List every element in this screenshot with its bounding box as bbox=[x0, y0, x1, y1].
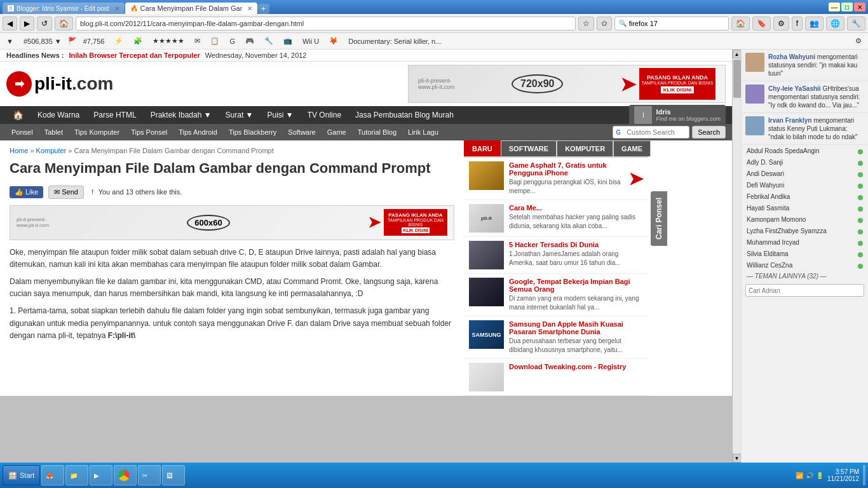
taskbar-photos[interactable]: 🖼 bbox=[162, 465, 185, 485]
nav-jasa[interactable]: Jasa Pembuatan Blog Murah bbox=[349, 108, 460, 122]
tab-blogger[interactable]: 🅱 Blogger: Idris Syamsir - Edit post ✕ bbox=[3, 3, 125, 14]
people-btn[interactable]: 👥 bbox=[805, 17, 824, 30]
bookmark-settings[interactable]: ⚙ bbox=[851, 36, 865, 46]
search-bar[interactable]: 🔍 firefox 17 bbox=[614, 17, 729, 30]
bookmark-email[interactable]: ✉ bbox=[191, 36, 204, 46]
online-user-5[interactable]: Febrikal Andika bbox=[742, 191, 868, 202]
nav-puisi[interactable]: Puisi ▼ bbox=[261, 108, 299, 122]
tab-active-close[interactable]: ✕ bbox=[247, 5, 252, 12]
bookmark-wii[interactable]: Wii U bbox=[299, 36, 323, 46]
taskbar-scissors[interactable]: ✂ bbox=[138, 465, 161, 485]
show-desktop[interactable] bbox=[863, 465, 865, 485]
reload-button[interactable]: ↺ bbox=[37, 17, 52, 30]
nav-tablet[interactable]: Tablet bbox=[39, 126, 68, 138]
wrench-btn[interactable]: 🔧 bbox=[847, 17, 865, 30]
nav-ponsel[interactable]: Ponsel bbox=[6, 126, 38, 138]
cari-ponsel-tab[interactable]: Cari Ponsel bbox=[651, 191, 667, 246]
google-search-container[interactable]: G bbox=[613, 126, 689, 139]
online-user-3[interactable]: Andi Deswari bbox=[742, 168, 868, 179]
start-button[interactable]: 🪟 Start bbox=[3, 465, 40, 485]
home-nav-btn[interactable]: 🏠 bbox=[731, 17, 750, 30]
bookmark-menu[interactable]: ▼ bbox=[3, 36, 17, 46]
breadcrumb-komputer[interactable]: Komputer bbox=[36, 147, 67, 154]
nav-parse-html[interactable]: Parse HTML bbox=[87, 108, 142, 122]
search-button[interactable]: Search bbox=[692, 126, 726, 139]
bookmark-lightning[interactable]: ⚡ bbox=[111, 36, 127, 46]
bookmark-star2[interactable]: ✩ bbox=[597, 17, 612, 30]
nav-home[interactable]: 🏠 bbox=[6, 107, 30, 123]
close-button[interactable]: ✕ bbox=[854, 3, 865, 11]
nav-kode-warna[interactable]: Kode Warna bbox=[31, 108, 86, 122]
online-user-9[interactable]: Muhammad Ircyad bbox=[742, 236, 868, 248]
address-bar[interactable]: blog.pli-it.com/2012/11/cara-menyimpan-f… bbox=[76, 17, 576, 30]
bookmark-506835[interactable]: #506,835 ▼ bbox=[20, 36, 65, 46]
taskbar-explorer[interactable]: 📁 bbox=[65, 465, 88, 485]
nav-tips-android[interactable]: Tips Android bbox=[173, 126, 222, 138]
news-title-6[interactable]: Download Tweaking.com - Registry bbox=[509, 363, 643, 370]
forward-button[interactable]: ▶ bbox=[20, 17, 34, 30]
bookmark-star[interactable]: ☆ bbox=[578, 17, 594, 30]
sidebar-tab-baru[interactable]: BARU bbox=[464, 140, 501, 156]
sidebar-tab-komputer[interactable]: KOMPUTER bbox=[557, 140, 613, 156]
online-user-7[interactable]: Kamonparn Momono bbox=[742, 214, 868, 225]
bookmark-g[interactable]: G bbox=[226, 36, 239, 46]
ad-cta[interactable]: PASANG IKLAN ANDA TAMPILKAN PRODUK DAN B… bbox=[639, 68, 715, 100]
home-button[interactable]: 🏠 bbox=[55, 17, 73, 30]
nav-surat[interactable]: Surat ▼ bbox=[219, 108, 260, 122]
sidebar-tab-software[interactable]: SOFTWARE bbox=[501, 140, 557, 156]
breadcrumb-home[interactable]: Home bbox=[10, 147, 28, 154]
clock[interactable]: 3:57 PM 11/21/2012 bbox=[827, 468, 859, 482]
online-user-4[interactable]: Defi Wahyuni bbox=[742, 179, 868, 191]
nav-praktek-ibadah[interactable]: Praktek Ibadah ▼ bbox=[144, 108, 218, 122]
news-title-3[interactable]: 5 Hacker Tersadis Di Dunia bbox=[509, 241, 643, 248]
nav-tv-online[interactable]: TV Online bbox=[301, 108, 348, 122]
tab-blogger-close[interactable]: ✕ bbox=[114, 5, 119, 12]
minimize-button[interactable]: — bbox=[829, 3, 840, 11]
news-title-2[interactable]: Cara Me... bbox=[509, 204, 643, 212]
online-user-1[interactable]: Abdul Roads SpedaAngin bbox=[742, 145, 868, 156]
bookmark-controller[interactable]: 🎮 bbox=[241, 36, 258, 46]
scroll-thumb[interactable] bbox=[733, 60, 741, 98]
news-title-5[interactable]: Samsung Dan Apple Masih Kuasai Pasaran S… bbox=[509, 320, 643, 336]
nav-software[interactable]: Software bbox=[283, 126, 320, 138]
online-user-8[interactable]: Lyzha FirstZhabye Syamzza bbox=[742, 225, 868, 236]
nav-tips-komputer[interactable]: Tips Komputer bbox=[69, 126, 125, 138]
taskbar-chrome[interactable] bbox=[114, 465, 137, 485]
search-input[interactable] bbox=[623, 127, 686, 137]
bookmark-documentary[interactable]: Documentary: Serial killer, n... bbox=[344, 36, 445, 46]
tab-active[interactable]: 🔥 Cara Menyimpan File Dalam Gambar ... ✕ bbox=[125, 3, 257, 14]
nav-tips-ponsel[interactable]: Tips Ponsel bbox=[126, 126, 172, 138]
like-button[interactable]: 👍 Like bbox=[10, 186, 43, 198]
fb-btn[interactable]: f bbox=[792, 17, 803, 30]
bookmark-firefox[interactable]: 🦊 bbox=[325, 36, 342, 46]
bookmark-stars[interactable]: ★★★★★ bbox=[149, 36, 188, 46]
nav-tips-blackberry[interactable]: Tips Blackberry bbox=[224, 126, 281, 138]
online-user-6[interactable]: Hayati Sasmita bbox=[742, 202, 868, 214]
online-user-10[interactable]: Silvia Elditama bbox=[742, 248, 868, 259]
nav-tutorial-blog[interactable]: Tutorial Blog bbox=[353, 126, 402, 138]
online-user-11[interactable]: Willianz CesZna bbox=[742, 259, 868, 271]
banner-cta-btn[interactable]: KLIK DISINI bbox=[402, 227, 430, 233]
settings-btn[interactable]: ⚙ bbox=[773, 17, 789, 30]
maximize-button[interactable]: □ bbox=[841, 3, 853, 11]
fb-user-name-1[interactable]: Rozha Wahyuni bbox=[768, 53, 815, 60]
nav-lirik-lagu[interactable]: Lirik Lagu bbox=[403, 126, 444, 138]
online-user-2[interactable]: Adly D. Sanji bbox=[742, 156, 868, 168]
taskbar-firefox[interactable]: 🦊 bbox=[41, 465, 64, 485]
banner-cta[interactable]: PASANG IKLAN ANDA TAMPILKAN PRODUK DAN B… bbox=[384, 209, 447, 236]
send-button[interactable]: ✉ Send bbox=[48, 186, 84, 199]
bookmark-wrench[interactable]: 🔧 bbox=[261, 36, 277, 46]
scroll-down[interactable]: ▼ bbox=[733, 454, 742, 463]
fb-search-input[interactable] bbox=[745, 284, 864, 297]
bookmark-tv[interactable]: 📺 bbox=[280, 36, 296, 46]
back-button[interactable]: ◀ bbox=[3, 17, 17, 30]
news-title-4[interactable]: Google, Tempat Bekerja Impian Bagi Semua… bbox=[509, 278, 643, 293]
bookmark-7756[interactable]: #7,756 bbox=[79, 36, 109, 46]
ad-cta-btn[interactable]: KLIK DISINI bbox=[661, 86, 694, 93]
new-tab-button[interactable]: + bbox=[258, 4, 269, 14]
news-title-1[interactable]: Game Asphalt 7, Gratis untuk Pengguna iP… bbox=[509, 161, 623, 177]
bookmark-addons[interactable]: 🧩 bbox=[130, 36, 146, 46]
fb-user-name-2[interactable]: Chy-Ieie YaSashii bbox=[768, 85, 821, 92]
globe-btn[interactable]: 🌐 bbox=[826, 17, 844, 30]
scroll-up[interactable]: ▲ bbox=[733, 50, 742, 58]
